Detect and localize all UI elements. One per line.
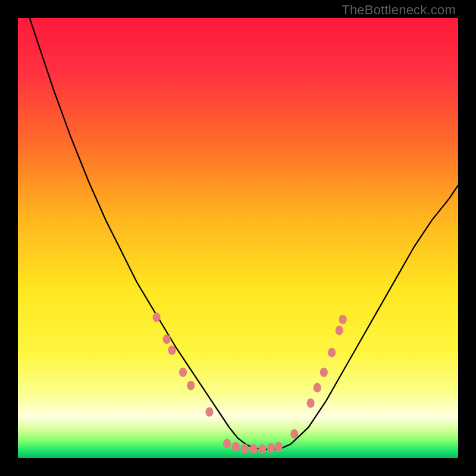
outer-frame: TheBottleneck.com [0,0,476,476]
curve-marker [275,442,283,452]
curve-marker [290,429,298,439]
curve-marker [179,368,187,377]
curve-marker [163,334,171,344]
curve-marker [336,325,343,335]
chart-svg [18,18,458,458]
curve-marker [168,346,176,355]
curve-marker [320,368,328,377]
curve-marker [258,444,266,453]
curve-marker [328,347,336,357]
curve-marker [314,383,321,393]
curve-marker [241,444,249,453]
curve-marker [205,407,213,416]
curve-marker [187,381,195,390]
curve-marker [267,443,275,453]
curve-marker [307,399,315,408]
watermark-text: TheBottleneck.com [342,2,456,18]
curve-marker [339,315,347,324]
gradient-background [18,18,458,458]
curve-marker [249,444,257,453]
curve-marker [223,439,231,449]
curve-marker [153,312,161,322]
plot-area [18,18,458,458]
curve-marker [232,442,240,452]
